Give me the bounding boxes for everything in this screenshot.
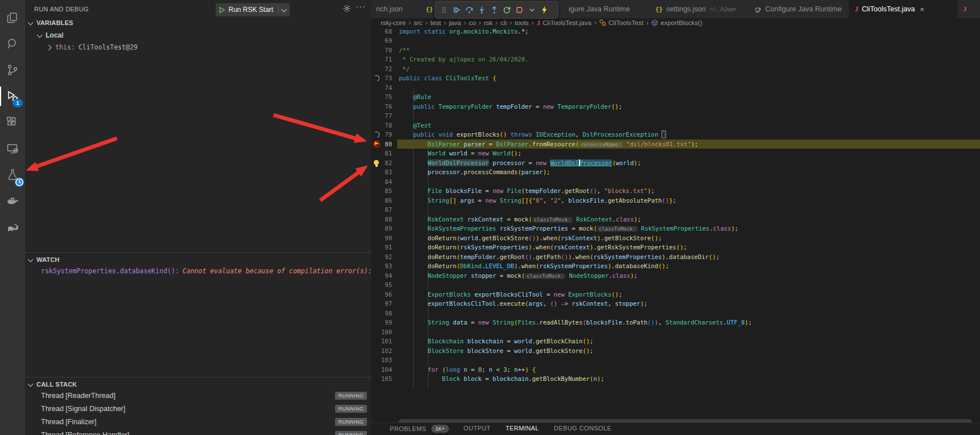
code-line-80[interactable]: 80 DslParser parser = DslParser.fromReso…: [371, 139, 980, 149]
continue-button[interactable]: [450, 3, 463, 17]
watch-expression-row[interactable]: rskSystemProperties.databaseKind(): Cann…: [25, 265, 371, 277]
step-over-button[interactable]: [463, 3, 475, 17]
restart-button[interactable]: [500, 3, 513, 17]
code-line-72[interactable]: 72 */: [371, 64, 980, 74]
code-line-94[interactable]: 94 NodeStopper stopper = mock(classToMoc…: [371, 271, 980, 281]
stop-dropdown-button[interactable]: [525, 3, 538, 17]
code-line-70[interactable]: 70/**: [371, 46, 980, 55]
panel-tab-terminal[interactable]: TERMINAL: [505, 425, 539, 432]
current-execution-breakpoint-icon[interactable]: [373, 141, 380, 147]
code-line-83[interactable]: 83 processor.processCommands(parser);: [371, 167, 980, 177]
breadcrumb-folder-tools[interactable]: tools: [514, 19, 528, 26]
hot-code-replace-button[interactable]: [538, 3, 550, 17]
activitybar-item-source-control[interactable]: [0, 57, 25, 83]
code-line-68[interactable]: 68import static org.mockito.Mockito.*;: [371, 27, 980, 36]
breadcrumb-folder-cli[interactable]: cli: [501, 19, 507, 26]
activitybar-item-docker[interactable]: [0, 188, 25, 214]
code-editor[interactable]: 67import static org.junit.Assert.*;68imp…: [371, 22, 980, 428]
drag-handle[interactable]: [438, 3, 450, 17]
code-line-91[interactable]: 91 doReturn(rskSystemProperties).when(rs…: [371, 243, 980, 252]
watch-section-header[interactable]: WATCH: [25, 254, 371, 265]
chevron-down-icon[interactable]: [281, 6, 287, 12]
call-stack-section-header[interactable]: CALL STACK: [25, 379, 371, 390]
breadcrumb-class[interactable]: CliToolsTest: [599, 19, 643, 26]
code-line-104[interactable]: 104 for (long n = 0; n < 3; n++) {: [371, 365, 980, 375]
crumb-label: test: [430, 19, 441, 26]
code-line-99[interactable]: 99 String data = new String(Files.readAl…: [371, 318, 980, 327]
code-line-74[interactable]: 74: [371, 83, 980, 93]
editor-tab-nch.json[interactable]: nch.json: [371, 0, 420, 18]
code-line-88[interactable]: 88 RskContext rskContext = mock(classToM…: [371, 215, 980, 224]
activitybar-item-search[interactable]: [0, 31, 25, 57]
close-icon[interactable]: ×: [920, 5, 925, 14]
editor-tab[interactable]: J: [957, 0, 980, 18]
code-line-95[interactable]: 95: [371, 280, 980, 290]
step-into-button[interactable]: [475, 3, 488, 17]
code-line-73[interactable]: 73public class CliToolsTest {: [371, 73, 980, 83]
breadcrumb-method[interactable]: exportBlocks(): [651, 19, 703, 26]
activitybar-item-run-and-debug[interactable]: 1: [0, 83, 25, 109]
code-line-85[interactable]: 85 File blocksFile = new File(tempFolder…: [371, 186, 980, 196]
stop-button[interactable]: [513, 3, 525, 17]
panel-tab-problems[interactable]: PROBLEMS1K+: [390, 425, 449, 433]
activitybar-item-gradle[interactable]: [0, 214, 25, 240]
call-stack-thread-row[interactable]: Thread [Finalizer]RUNNING: [25, 416, 371, 428]
panel-tab-output[interactable]: OUTPUT: [464, 425, 491, 432]
code-line-90[interactable]: 90 doReturn(world.getBlockStore()).when(…: [371, 233, 980, 243]
activitybar-item-testing[interactable]: [0, 162, 25, 188]
activitybar-item-explorer[interactable]: [0, 5, 25, 31]
code-line-77[interactable]: 77: [371, 111, 980, 121]
editor-tab-igure-java-runtime[interactable]: igure Java Runtime: [564, 0, 650, 18]
code-line-76[interactable]: 76 public TemporaryFolder tempFolder = n…: [371, 102, 980, 112]
lightbulb-icon[interactable]: [374, 160, 379, 165]
editor-tab-configure-java-runtime[interactable]: Configure Java Runtime: [749, 0, 850, 18]
code-line-98[interactable]: 98: [371, 309, 980, 318]
test-running-spinner-icon[interactable]: [372, 74, 380, 82]
code-line-75[interactable]: 75 @Rule: [371, 92, 980, 102]
code-line-79[interactable]: 79 public void exportBlocks() throws IOE…: [371, 130, 980, 139]
editor-tab-clitoolstest.java[interactable]: JCliToolsTest.java×: [849, 0, 958, 18]
breadcrumb-folder-rskj-core[interactable]: rskj-core: [381, 19, 406, 26]
code-line-84[interactable]: 84: [371, 177, 980, 187]
call-stack-thread-row[interactable]: Thread [Reference Handler]RUNNING: [25, 429, 371, 435]
code-line-82[interactable]: 82 WorldDslProcessor processor = new Wor…: [371, 158, 980, 168]
run-config-label: Run RSK Start: [228, 6, 273, 14]
more-actions-icon[interactable]: ···: [356, 1, 366, 11]
code-line-97[interactable]: 97 exportBlocksCliTool.execute(args, () …: [371, 299, 980, 309]
code-line-100[interactable]: 100: [371, 327, 980, 337]
breadcrumb-folder-src[interactable]: src: [414, 19, 422, 26]
code-line-92[interactable]: 92 doReturn(tempFolder.getRoot().getPath…: [371, 252, 980, 262]
code-line-71[interactable]: 71 * Created by ajlopez on 26/04/2020.: [371, 55, 980, 64]
gear-icon[interactable]: [343, 5, 351, 15]
panel-tab-debug-console[interactable]: DEBUG CONSOLE: [554, 425, 611, 432]
code-line-103[interactable]: 103: [371, 355, 980, 365]
run-config-button[interactable]: Run RSK Start: [215, 3, 290, 17]
code-line-102[interactable]: 102 BlockStore blockStore = world.getBlo…: [371, 346, 980, 356]
code-line-93[interactable]: 93 doReturn(DbKind.LEVEL_DB).when(rskSys…: [371, 261, 980, 271]
step-out-button[interactable]: [488, 3, 500, 17]
activitybar-item-extensions[interactable]: [0, 109, 25, 136]
code-line-89[interactable]: 89 RskSystemProperties rskSystemProperti…: [371, 224, 980, 233]
code-line-81[interactable]: 81 World world = new World();: [371, 149, 980, 158]
variables-section-header[interactable]: VARIABLES: [25, 17, 371, 28]
test-running-spinner-icon[interactable]: [372, 130, 380, 138]
code-line-69[interactable]: 69: [371, 36, 980, 46]
editor-tab-settings.json[interactable]: {}settings.json~/.../User: [650, 0, 749, 18]
call-stack-thread-row[interactable]: Thread [ReaderThread]RUNNING: [25, 389, 371, 402]
code-line-87[interactable]: 87: [371, 205, 980, 215]
breadcrumb-folder-test[interactable]: test: [430, 19, 441, 26]
breadcrumb-file[interactable]: JCliToolsTest.java: [537, 18, 591, 27]
breadcrumb-folder-rsk[interactable]: rsk: [484, 19, 492, 26]
code-line-101[interactable]: 101 Blockchain blockchain = world.getBlo…: [371, 336, 980, 346]
call-stack-thread-row[interactable]: Thread [Signal Dispatcher]RUNNING: [25, 403, 371, 415]
variable-this-row[interactable]: this: CliToolsTest@29: [25, 42, 371, 53]
variables-scope-local[interactable]: Local: [25, 30, 371, 41]
code-line-86[interactable]: 86 String[] args = new String[]{"0", "2"…: [371, 196, 980, 206]
code-line-78[interactable]: 78 @Test: [371, 121, 980, 130]
breadcrumb-folder-java[interactable]: java: [449, 19, 461, 26]
activitybar-item-remote-explorer[interactable]: [0, 136, 25, 162]
code-line-105[interactable]: 105 Block block = blockchain.getBlockByN…: [371, 374, 980, 384]
breadcrumb-folder-co[interactable]: co: [469, 19, 476, 26]
code-line-96[interactable]: 96 ExportBlocks exportBlocksCliTool = ne…: [371, 290, 980, 299]
source-control-icon: [6, 63, 19, 77]
